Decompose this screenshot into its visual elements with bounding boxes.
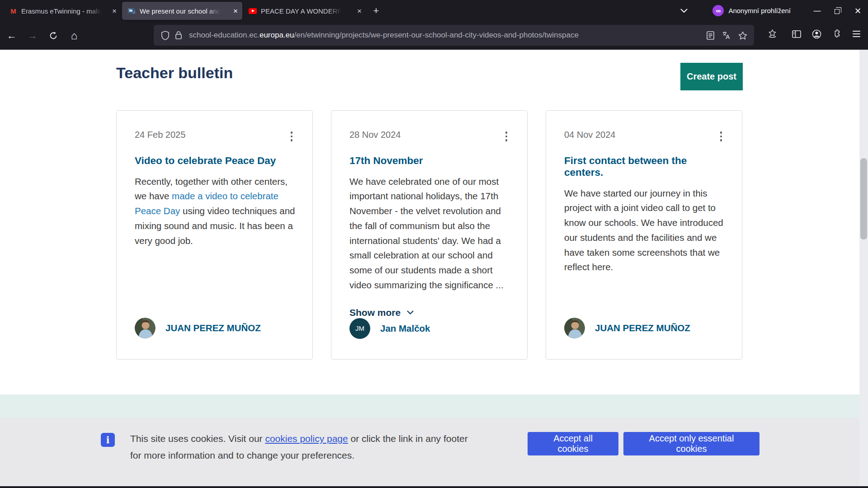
minimize-button[interactable]: — xyxy=(807,2,827,20)
tab-close-icon[interactable]: × xyxy=(108,7,117,15)
show-more-button[interactable]: Show more xyxy=(349,307,510,318)
page-viewport: Teacher bulletin Create post 24 Feb 2025… xyxy=(0,50,859,488)
sidebar-toggle-icon[interactable] xyxy=(788,25,806,43)
tab-twinspace-active[interactable]: We present our school and city × xyxy=(122,2,242,20)
private-mask-icon: ∞ xyxy=(712,5,724,16)
post-card-first-contact: 04 Nov 2024 First contact between the ce… xyxy=(546,110,742,360)
menu-hamburger-icon[interactable] xyxy=(847,25,865,43)
shield-icon[interactable] xyxy=(158,28,172,42)
accept-all-cookies-button[interactable]: Accept all cookies xyxy=(528,432,618,455)
page-title: Teacher bulletin xyxy=(116,64,233,82)
private-browsing-label: Anonymní prohlížení xyxy=(728,7,791,14)
tab-close-icon[interactable]: × xyxy=(230,7,238,15)
tab-title: PEACE DAY A WONDERFUL WO xyxy=(261,7,343,15)
info-icon: i xyxy=(101,433,115,447)
cookies-policy-link[interactable]: cookies policy page xyxy=(265,433,348,444)
create-post-button[interactable]: Create post xyxy=(680,63,743,90)
browser-chrome: M Erasmus eTwinning - malcok@z × We pres… xyxy=(0,0,868,50)
tab-bar: M Erasmus eTwinning - malcok@z × We pres… xyxy=(0,0,868,21)
teacher-bulletin-posts: 24 Feb 2025 Video to celebrate Peace Day… xyxy=(116,110,742,360)
tab-youtube[interactable]: PEACE DAY A WONDERFUL WO × xyxy=(243,2,366,20)
window-bottom-edge xyxy=(0,486,868,488)
author-avatar-photo xyxy=(135,318,156,338)
reload-button[interactable] xyxy=(44,27,62,45)
post-card-peace-day-video: 24 Feb 2025 Video to celebrate Peace Day… xyxy=(116,110,313,360)
tab-close-icon[interactable]: × xyxy=(354,7,362,15)
tab-gmail[interactable]: M Erasmus eTwinning - malcok@z × xyxy=(4,2,121,20)
reader-view-icon[interactable] xyxy=(703,28,717,42)
lock-icon[interactable] xyxy=(172,28,185,42)
url-bar[interactable]: school-education.ec.europa.eu/en/etwinni… xyxy=(154,25,754,46)
restore-icon xyxy=(835,9,840,14)
author-avatar-initials: JM xyxy=(349,318,370,339)
close-window-button[interactable]: × xyxy=(848,2,868,20)
cookie-message: This site uses cookies. Visit our cookie… xyxy=(130,431,478,464)
tab-list-chevron-icon[interactable] xyxy=(676,3,692,19)
new-tab-button[interactable]: + xyxy=(368,3,384,19)
page-footer-strip xyxy=(0,394,859,418)
post-options-kebab-icon[interactable] xyxy=(717,130,725,143)
bookmark-star-icon[interactable] xyxy=(736,28,750,42)
post-body: We have celebrated one of our most impor… xyxy=(349,174,510,293)
post-options-kebab-icon[interactable] xyxy=(503,130,510,143)
svg-text:A: A xyxy=(726,33,730,40)
page-scrollbar[interactable] xyxy=(859,50,868,488)
accept-essential-cookies-button[interactable]: Accept only essential cookies xyxy=(623,432,760,455)
forward-button[interactable]: → xyxy=(24,27,42,45)
account-icon[interactable] xyxy=(807,25,826,43)
post-title[interactable]: Video to celebrate Peace Day xyxy=(135,155,295,167)
author-avatar-photo xyxy=(564,318,585,338)
post-author-row[interactable]: JUAN PEREZ MUÑOZ xyxy=(135,318,295,338)
youtube-icon xyxy=(249,7,257,15)
extensions-puzzle-icon[interactable] xyxy=(827,25,845,43)
post-card-17th-november: 28 Nov 2024 17th November We have celebr… xyxy=(331,110,528,360)
tab-title: Erasmus eTwinning - malcok@z xyxy=(21,7,104,15)
author-name[interactable]: JUAN PEREZ MUÑOZ xyxy=(595,323,690,333)
author-name[interactable]: JUAN PEREZ MUÑOZ xyxy=(165,323,261,333)
author-name[interactable]: Jan Malčok xyxy=(380,323,430,334)
post-body: We have started our journey in this proj… xyxy=(564,186,725,275)
save-to-collection-icon[interactable] xyxy=(763,25,781,43)
cookie-banner: i This site uses cookies. Visit our cook… xyxy=(0,418,859,488)
post-author-row[interactable]: JM Jan Malčok xyxy=(349,318,510,339)
restore-button[interactable] xyxy=(827,2,848,20)
chevron-down-icon xyxy=(407,310,414,314)
post-body: Recently, together with other centers, w… xyxy=(135,174,295,249)
post-options-kebab-icon[interactable] xyxy=(288,130,296,143)
post-title[interactable]: First contact between the centers. xyxy=(564,155,725,178)
post-title[interactable]: 17th November xyxy=(349,155,510,167)
url-text: school-education.ec.europa.eu/en/etwinni… xyxy=(189,31,700,40)
tab-title: We present our school and city xyxy=(140,7,222,15)
post-date: 24 Feb 2025 xyxy=(135,130,185,140)
post-date: 28 Nov 2024 xyxy=(349,130,401,140)
scrollbar-thumb[interactable] xyxy=(860,158,867,239)
back-button[interactable]: ← xyxy=(3,27,21,45)
navigation-toolbar: ← → ⌂ school-education.ec.europa.eu/en/e… xyxy=(0,21,868,50)
post-author-row[interactable]: JUAN PEREZ MUÑOZ xyxy=(564,318,725,338)
translate-icon[interactable]: A xyxy=(720,28,733,42)
private-browsing-badge: ∞ Anonymní prohlížení xyxy=(712,5,791,16)
gmail-icon: M xyxy=(9,7,17,15)
etwinning-favicon-icon xyxy=(127,7,136,15)
post-date: 04 Nov 2024 xyxy=(564,130,615,140)
home-button[interactable]: ⌂ xyxy=(65,27,83,45)
